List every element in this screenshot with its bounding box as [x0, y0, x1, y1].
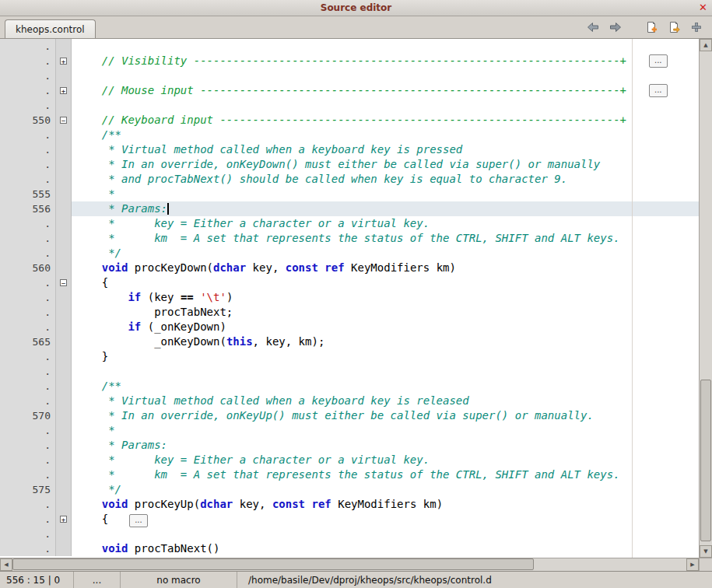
- code-text[interactable]: /**: [72, 379, 699, 394]
- code-line[interactable]: 565 _onKeyDown(this, key, km);: [0, 334, 699, 349]
- code-text[interactable]: * Params:: [72, 201, 699, 216]
- code-line[interactable]: . * In an override, onKeyDown() must eit…: [0, 157, 699, 172]
- code-line[interactable]: .: [0, 39, 699, 54]
- code-line[interactable]: . * key = Either a character or a virtua…: [0, 453, 699, 467]
- code-text[interactable]: */: [72, 482, 699, 497]
- code-text[interactable]: * In an override, onKeyDown() must eithe…: [72, 157, 699, 172]
- code-line[interactable]: . if (_onKeyDown): [0, 320, 699, 334]
- code-text[interactable]: [72, 364, 699, 379]
- code-line[interactable]: 556 * Params:: [0, 201, 699, 216]
- code-text[interactable]: }: [72, 349, 699, 364]
- fold-closed-icon[interactable]: +: [60, 58, 67, 65]
- code-text[interactable]: if (_onKeyDown): [72, 320, 699, 334]
- code-line[interactable]: . }: [0, 349, 699, 364]
- folded-block-ellipsis[interactable]: ...: [649, 84, 668, 97]
- code-line[interactable]: . *: [0, 423, 699, 438]
- horizontal-scrollbar-track[interactable]: [12, 558, 686, 571]
- code-text[interactable]: * Virtual method called when a keyboard …: [72, 394, 699, 408]
- code-text[interactable]: [72, 68, 699, 83]
- fold-margin[interactable]: +: [56, 54, 72, 68]
- code-text[interactable]: [72, 39, 699, 54]
- fold-open-icon[interactable]: −: [60, 279, 67, 286]
- fold-open-icon[interactable]: −: [60, 117, 67, 124]
- fold-closed-icon[interactable]: +: [60, 516, 67, 523]
- code-line[interactable]: . procTabNext;: [0, 305, 699, 320]
- window-titlebar[interactable]: Source editor ✕: [0, 0, 712, 16]
- code-text[interactable]: * km = A set that represents the status …: [72, 231, 699, 246]
- code-text[interactable]: *: [72, 423, 699, 438]
- vertical-scrollbar[interactable]: ▲ ▼: [699, 39, 712, 558]
- fold-margin[interactable]: +: [56, 512, 72, 527]
- code-line[interactable]: . void procKeyUp(dchar key, const ref Ke…: [0, 497, 699, 512]
- code-line[interactable]: . * key = Either a character or a virtua…: [0, 216, 699, 231]
- code-line[interactable]: .: [0, 98, 699, 113]
- scroll-right-icon[interactable]: ▶: [686, 558, 699, 571]
- code-line[interactable]: .+ // Visibility -----------------------…: [0, 54, 699, 68]
- code-text[interactable]: void procTabNext(): [72, 541, 699, 556]
- scroll-down-icon[interactable]: ▼: [700, 545, 712, 558]
- code-text[interactable]: // Mouse input -------------------------…: [72, 83, 699, 98]
- code-text[interactable]: // Visibility --------------------------…: [72, 54, 699, 68]
- code-line[interactable]: . */: [0, 246, 699, 261]
- code-text[interactable]: void procKeyUp(dchar key, const ref KeyM…: [72, 497, 699, 512]
- code-text[interactable]: [72, 98, 699, 113]
- code-line[interactable]: 570 * In an override, onKeyUp() must eit…: [0, 408, 699, 423]
- code-line[interactable]: . void procTabNext(): [0, 541, 699, 556]
- code-text[interactable]: * key = Either a character or a virtual …: [72, 216, 699, 231]
- code-text[interactable]: * key = Either a character or a virtual …: [72, 453, 699, 467]
- fold-margin[interactable]: −: [56, 275, 72, 290]
- code-text[interactable]: {: [72, 275, 699, 290]
- folded-block-ellipsis[interactable]: ...: [649, 54, 668, 68]
- fold-margin[interactable]: +: [56, 83, 72, 98]
- code-text[interactable]: if (key == '\t'): [72, 290, 699, 305]
- go-back-icon[interactable]: [585, 20, 601, 34]
- code-line[interactable]: . * Virtual method called when a keyboar…: [0, 142, 699, 157]
- code-line[interactable]: . * and procTabNext() should be called w…: [0, 172, 699, 187]
- code-line[interactable]: 555 *: [0, 187, 699, 201]
- code-line[interactable]: 550− // Keyboard input -----------------…: [0, 113, 699, 128]
- code-line[interactable]: .: [0, 364, 699, 379]
- code-text[interactable]: /**: [72, 128, 699, 142]
- code-line[interactable]: . /**: [0, 379, 699, 394]
- code-line[interactable]: .+ {...: [0, 512, 699, 527]
- code-line[interactable]: . * km = A set that represents the statu…: [0, 467, 699, 482]
- code-text[interactable]: * Virtual method called when a keyboard …: [72, 142, 699, 157]
- close-icon[interactable]: ✕: [699, 2, 707, 14]
- code-text[interactable]: * km = A set that represents the status …: [72, 467, 699, 482]
- code-text[interactable]: _onKeyDown(this, key, km);: [72, 334, 699, 349]
- code-line[interactable]: . * Virtual method called when a keyboar…: [0, 394, 699, 408]
- code-text[interactable]: // Keyboard input ----------------------…: [72, 113, 699, 128]
- code-line[interactable]: .: [0, 68, 699, 83]
- code-line[interactable]: 575 */: [0, 482, 699, 497]
- code-text[interactable]: * and procTabNext() should be called whe…: [72, 172, 699, 187]
- fold-closed-icon[interactable]: +: [60, 87, 67, 94]
- new-document-icon[interactable]: [644, 20, 659, 34]
- code-text[interactable]: * Params:: [72, 438, 699, 453]
- code-line[interactable]: .− {: [0, 275, 699, 290]
- code-line[interactable]: . * Params:: [0, 438, 699, 453]
- code-line[interactable]: .+ // Mouse input ----------------------…: [0, 83, 699, 98]
- horizontal-scrollbar[interactable]: ◀ ▶: [0, 558, 699, 571]
- scroll-left-icon[interactable]: ◀: [0, 558, 12, 571]
- tab-kheops-control[interactable]: kheops.control: [5, 19, 96, 38]
- go-forward-icon[interactable]: [608, 20, 623, 34]
- code-editor[interactable]: ..+ // Visibility ----------------------…: [0, 39, 699, 558]
- code-text[interactable]: void procKeyDown(dchar key, const ref Ke…: [72, 261, 699, 275]
- code-text[interactable]: {...: [72, 512, 699, 527]
- code-text[interactable]: * In an override, onKeyUp() must either …: [72, 408, 699, 423]
- code-line[interactable]: . if (key == '\t'): [0, 290, 699, 305]
- save-document-icon[interactable]: [666, 20, 682, 34]
- scroll-up-icon[interactable]: ▲: [700, 39, 712, 51]
- code-line[interactable]: 560 void procKeyDown(dchar key, const re…: [0, 261, 699, 275]
- code-line[interactable]: . /**: [0, 128, 699, 142]
- fold-margin[interactable]: −: [56, 113, 72, 128]
- code-text[interactable]: procTabNext;: [72, 305, 699, 320]
- horizontal-scrollbar-thumb[interactable]: [12, 558, 534, 570]
- folded-block-ellipsis[interactable]: ...: [129, 514, 148, 527]
- vertical-scrollbar-thumb[interactable]: [700, 380, 711, 541]
- code-text[interactable]: *: [72, 187, 699, 201]
- split-view-icon[interactable]: [689, 20, 704, 34]
- code-line[interactable]: . * km = A set that represents the statu…: [0, 231, 699, 246]
- code-text[interactable]: [72, 527, 699, 541]
- code-line[interactable]: .: [0, 527, 699, 541]
